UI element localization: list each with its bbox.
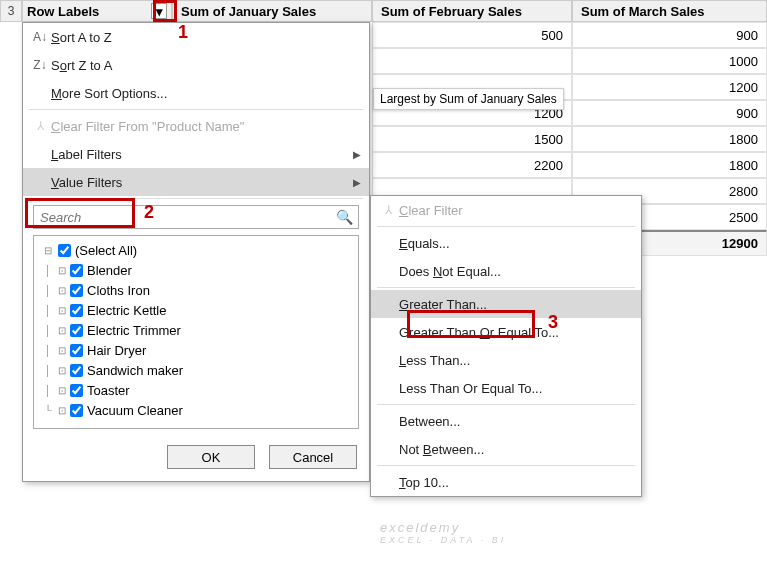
submenu-arrow-icon: ▶: [353, 177, 361, 188]
checkbox-select-all[interactable]: [58, 244, 71, 257]
ok-button[interactable]: OK: [167, 445, 255, 469]
search-input[interactable]: [33, 205, 359, 229]
greater-than-or-equal[interactable]: Greater Than Or Equal To...: [371, 318, 641, 346]
filter-dropdown: A↓ Sort A to Z Z↓ Sort Z to A More Sort …: [22, 22, 370, 482]
separator: [29, 198, 363, 199]
equals-label: Equals...: [399, 236, 633, 251]
value-filters[interactable]: Value Filters ▶: [23, 168, 369, 196]
checkbox[interactable]: [70, 364, 83, 377]
sort-descending-icon: Z↓: [29, 58, 51, 72]
pivot-grid: 3 Row Labels ▾ Sum of January Sales Sum …: [0, 0, 767, 22]
separator: [377, 404, 635, 405]
clear-filter-sub: ⅄ Clear Filter: [371, 196, 641, 224]
checkbox[interactable]: [70, 324, 83, 337]
item-label: Cloths Iron: [87, 283, 150, 298]
list-item: │⊡Blender: [38, 260, 354, 280]
cell-mar: 1800: [572, 152, 767, 178]
value-filters-label: Value Filters: [51, 175, 353, 190]
cell-mar: 1000: [572, 48, 767, 74]
cell-mar: 900: [572, 22, 767, 48]
row-number: 3: [0, 0, 22, 22]
clear-filter: ⅄ Clear Filter From "Product Name": [23, 112, 369, 140]
less-than-or-equal[interactable]: Less Than Or Equal To...: [371, 374, 641, 402]
sort-za-label: Sort Z to A: [51, 58, 361, 73]
item-label: Vacuum Cleaner: [87, 403, 183, 418]
between-label: Between...: [399, 414, 633, 429]
list-item: └⊡Vacuum Cleaner: [38, 400, 354, 420]
item-label: Blender: [87, 263, 132, 278]
clear-filter-sub-label: Clear Filter: [399, 203, 633, 218]
callout-number-2: 2: [144, 202, 154, 223]
list-item: │⊡Electric Kettle: [38, 300, 354, 320]
item-label: Sandwich maker: [87, 363, 183, 378]
dropdown-icon: ▾: [156, 4, 163, 19]
item-label: (Select All): [75, 243, 137, 258]
cell-mar: 1200: [572, 74, 767, 100]
watermark: exceldemy EXCEL · DATA · BI: [380, 520, 506, 545]
greater-than[interactable]: Greater Than...: [371, 290, 641, 318]
col-february: Sum of February Sales: [372, 0, 572, 22]
header-row: 3 Row Labels ▾ Sum of January Sales Sum …: [0, 0, 767, 22]
clear-filter-label: Clear Filter From "Product Name": [51, 119, 361, 134]
cell-mar: 900: [572, 100, 767, 126]
cancel-button[interactable]: Cancel: [269, 445, 357, 469]
sort-z-to-a[interactable]: Z↓ Sort Z to A: [23, 51, 369, 79]
watermark-line1: exceldemy: [380, 520, 506, 535]
gt-label: Greater Than...: [399, 297, 633, 312]
checkbox[interactable]: [70, 344, 83, 357]
checkbox[interactable]: [70, 284, 83, 297]
checkbox[interactable]: [70, 304, 83, 317]
more-sort-label: More Sort Options...: [51, 86, 361, 101]
cell-mar: 1800: [572, 126, 767, 152]
col-row-labels-text: Row Labels: [27, 4, 99, 19]
cell-feb: 1500: [372, 126, 572, 152]
list-item: │⊡Electric Trimmer: [38, 320, 354, 340]
does-not-equal[interactable]: Does Not Equal...: [371, 257, 641, 285]
dne-label: Does Not Equal...: [399, 264, 633, 279]
callout-number-1: 1: [178, 22, 188, 43]
watermark-line2: EXCEL · DATA · BI: [380, 535, 506, 545]
col-january: Sum of January Sales: [172, 0, 372, 22]
separator: [377, 226, 635, 227]
list-item: │⊡Cloths Iron: [38, 280, 354, 300]
cell-feb: 2200: [372, 152, 572, 178]
clear-filter-icon: ⅄: [377, 203, 399, 217]
list-item: │⊡Hair Dryer: [38, 340, 354, 360]
separator: [377, 465, 635, 466]
separator: [377, 287, 635, 288]
checkbox[interactable]: [70, 264, 83, 277]
gte-label: Greater Than Or Equal To...: [399, 325, 633, 340]
value-filters-submenu: ⅄ Clear Filter Equals... Does Not Equal.…: [370, 195, 642, 497]
checkbox[interactable]: [70, 384, 83, 397]
between[interactable]: Between...: [371, 407, 641, 435]
label-filters-label: Label Filters: [51, 147, 353, 162]
list-item: │⊡Sandwich maker: [38, 360, 354, 380]
col-row-labels: Row Labels ▾: [22, 0, 172, 22]
sort-a-to-z[interactable]: A↓ Sort A to Z: [23, 23, 369, 51]
list-item: ⊟(Select All): [38, 240, 354, 260]
row-labels-filter-button[interactable]: ▾: [151, 3, 167, 19]
callout-number-3: 3: [548, 312, 558, 333]
equals[interactable]: Equals...: [371, 229, 641, 257]
clear-filter-icon: ⅄: [29, 119, 51, 133]
sort-az-label: Sort A to Z: [51, 30, 361, 45]
top-10[interactable]: Top 10...: [371, 468, 641, 496]
filter-checklist[interactable]: ⊟(Select All) │⊡Blender │⊡Cloths Iron │⊡…: [33, 235, 359, 429]
sort-tooltip: Largest by Sum of January Sales: [373, 88, 564, 110]
submenu-arrow-icon: ▶: [353, 149, 361, 160]
label-filters[interactable]: Label Filters ▶: [23, 140, 369, 168]
not-between-label: Not Between...: [399, 442, 633, 457]
separator: [29, 109, 363, 110]
checkbox[interactable]: [70, 404, 83, 417]
item-label: Electric Trimmer: [87, 323, 181, 338]
lt-label: Less Than...: [399, 353, 633, 368]
search-box-wrap: 🔍: [33, 205, 359, 229]
lte-label: Less Than Or Equal To...: [399, 381, 633, 396]
not-between[interactable]: Not Between...: [371, 435, 641, 463]
cell-feb: [372, 48, 572, 74]
less-than[interactable]: Less Than...: [371, 346, 641, 374]
item-label: Electric Kettle: [87, 303, 166, 318]
dialog-buttons: OK Cancel: [23, 437, 369, 481]
more-sort-options[interactable]: More Sort Options...: [23, 79, 369, 107]
cell-feb: 500: [372, 22, 572, 48]
